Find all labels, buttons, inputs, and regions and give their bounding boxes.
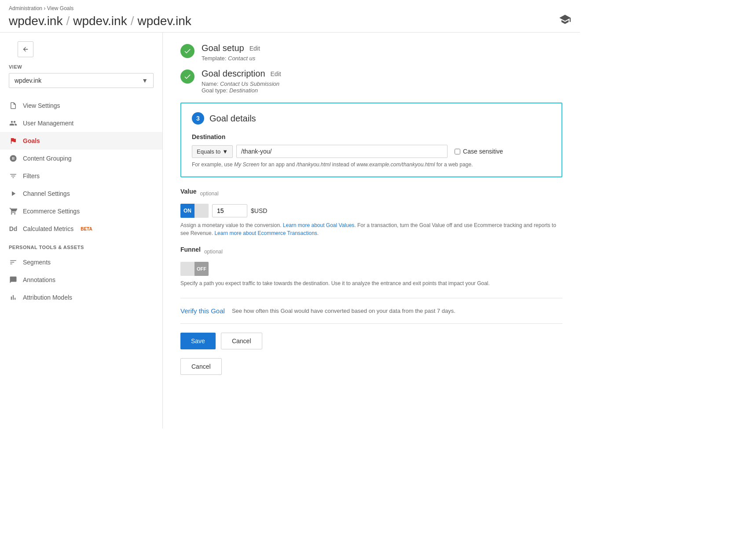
beta-badge: BETA xyxy=(81,227,92,231)
header: Administration › View Goals wpdev.ink / … xyxy=(0,0,580,33)
filter-icon xyxy=(9,172,18,180)
goal-values-link[interactable]: Learn more about Goal Values xyxy=(283,222,355,228)
breadcrumb-page: View Goals xyxy=(47,5,73,11)
case-sensitive-label: Case sensitive xyxy=(463,148,503,155)
ecommerce-link[interactable]: Learn more about Ecommerce Transactions xyxy=(214,230,317,236)
funnel-off-label: OFF xyxy=(195,262,209,276)
goal-description-section: Goal description Edit Name: Contact Us S… xyxy=(180,69,562,94)
value-amount-input[interactable] xyxy=(212,204,247,217)
destination-input[interactable] xyxy=(236,145,448,158)
goal-setup-title: Goal setup xyxy=(202,43,244,53)
content-grouping-icon xyxy=(9,154,18,163)
currency-label: $USD xyxy=(251,207,267,214)
nav-label-attribution: Attribution Models xyxy=(23,294,72,301)
value-label-row: Value optional xyxy=(180,188,562,199)
value-section: Value optional ON $USD Assign a monetary… xyxy=(180,188,562,237)
destination-label: Destination xyxy=(192,133,551,140)
goal-setup-check-icon xyxy=(180,44,195,58)
funnel-label-row: Funnel optional xyxy=(180,246,562,257)
sidebar-item-annotations[interactable]: Annotations xyxy=(0,271,162,289)
page-title: wpdev.ink / wpdev.ink / wpdev.ink xyxy=(9,13,571,29)
ecommerce-icon xyxy=(9,207,18,216)
sidebar-item-calculated-metrics[interactable]: Dd Calculated Metrics BETA xyxy=(0,220,162,238)
goal-name-value: Contact Us Submission xyxy=(220,81,279,87)
equals-to-label: Equals to xyxy=(197,148,220,155)
equals-to-arrow: ▼ xyxy=(222,148,228,155)
value-row: ON $USD xyxy=(180,204,562,218)
goal-type-label: Goal type: xyxy=(202,87,228,94)
value-label: Value xyxy=(180,188,197,195)
case-sensitive-checkbox[interactable] xyxy=(455,149,460,154)
view-label: VIEW xyxy=(0,64,162,70)
goal-details-title: Goal details xyxy=(209,114,256,124)
goal-details-box: 3 Goal details Destination Equals to ▼ C… xyxy=(180,103,562,177)
goal-details-header: 3 Goal details xyxy=(192,112,551,125)
back-button[interactable] xyxy=(18,41,33,57)
nav-label-filters: Filters xyxy=(23,172,40,180)
verify-row: Verify this Goal See how often this Goal… xyxy=(180,307,562,315)
dropdown-arrow-icon: ▼ xyxy=(142,77,148,84)
funnel-section: Funnel optional OFF Specify a path you e… xyxy=(180,246,562,287)
goal-setup-section: Goal setup Edit Template: Contact us xyxy=(180,43,562,62)
toggle-off-part xyxy=(195,204,209,218)
segments-icon xyxy=(9,258,18,267)
destination-row: Equals to ▼ Case sensitive xyxy=(192,145,551,158)
destination-help-text: For example, use My Screen for an app an… xyxy=(192,161,551,168)
goal-description-edit-link[interactable]: Edit xyxy=(271,70,281,77)
goal-type-value: Destination xyxy=(229,87,258,94)
funnel-label: Funnel xyxy=(180,246,201,253)
title-part1: wpdev.ink xyxy=(9,14,62,28)
file-icon xyxy=(9,101,18,110)
sidebar-item-segments[interactable]: Segments xyxy=(0,253,162,271)
cancel-button[interactable]: Cancel xyxy=(221,333,262,349)
title-part2: wpdev.ink xyxy=(73,14,127,28)
view-dropdown[interactable]: wpdev.ink ▼ xyxy=(9,73,154,88)
verify-description: See how often this Goal would have conve… xyxy=(232,308,455,314)
nav-label-channel-settings: Channel Settings xyxy=(23,190,70,197)
goal-description-title: Goal description xyxy=(202,69,265,79)
value-help-text: Assign a monetary value to the conversio… xyxy=(180,221,562,237)
funnel-off-part xyxy=(180,262,195,276)
nav-label-user-management: User Management xyxy=(23,120,73,127)
graduation-icon xyxy=(559,13,571,29)
sidebar-item-content-grouping[interactable]: Content Grouping xyxy=(0,150,162,167)
funnel-toggle-button[interactable]: OFF xyxy=(180,262,209,276)
value-toggle-button[interactable]: ON xyxy=(180,204,209,218)
sidebar-item-view-settings[interactable]: View Settings xyxy=(0,97,162,114)
goal-setup-edit-link[interactable]: Edit xyxy=(250,45,260,52)
goal-setup-meta: Template: Contact us xyxy=(202,55,260,62)
equals-to-button[interactable]: Equals to ▼ xyxy=(192,145,233,158)
annotations-icon xyxy=(9,275,18,284)
save-cancel-row: Save Cancel xyxy=(180,333,562,349)
nav-label-goals: Goals xyxy=(23,137,40,144)
sidebar-item-goals[interactable]: Goals xyxy=(0,132,162,150)
breadcrumb: Administration › View Goals xyxy=(9,5,571,11)
funnel-help-text: Specify a path you expect traffic to tak… xyxy=(180,279,562,287)
save-button[interactable]: Save xyxy=(180,333,216,349)
cancel-bottom-button[interactable]: Cancel xyxy=(180,358,222,375)
sidebar-item-user-management[interactable]: User Management xyxy=(0,114,162,132)
sidebar-item-filters[interactable]: Filters xyxy=(0,167,162,185)
breadcrumb-admin: Administration xyxy=(9,5,42,11)
nav-label-ecommerce: Ecommerce Settings xyxy=(23,208,80,215)
nav-label-annotations: Annotations xyxy=(23,276,55,283)
toggle-on-label: ON xyxy=(180,204,195,218)
sidebar-item-attribution[interactable]: Attribution Models xyxy=(0,289,162,306)
sidebar-item-channel-settings[interactable]: Channel Settings xyxy=(0,185,162,202)
users-icon xyxy=(9,119,18,128)
template-value: Contact us xyxy=(228,55,255,62)
nav-label-calculated-metrics: Calculated Metrics xyxy=(23,225,73,232)
template-label: Template: xyxy=(202,55,226,62)
nav-label-segments: Segments xyxy=(23,259,51,266)
channel-icon xyxy=(9,189,18,198)
sidebar: VIEW wpdev.ink ▼ View Settings User Mana… xyxy=(0,33,163,429)
goal-setup-content: Goal setup Edit Template: Contact us xyxy=(202,43,260,62)
title-sep1: / xyxy=(66,14,70,28)
verify-goal-link[interactable]: Verify this Goal xyxy=(180,307,225,315)
step-badge: 3 xyxy=(192,112,204,125)
title-part3: wpdev.ink xyxy=(137,14,191,28)
nav-label-content-grouping: Content Grouping xyxy=(23,155,72,162)
divider2 xyxy=(180,323,562,324)
sidebar-item-ecommerce[interactable]: Ecommerce Settings xyxy=(0,202,162,220)
breadcrumb-sep: › xyxy=(44,5,45,11)
